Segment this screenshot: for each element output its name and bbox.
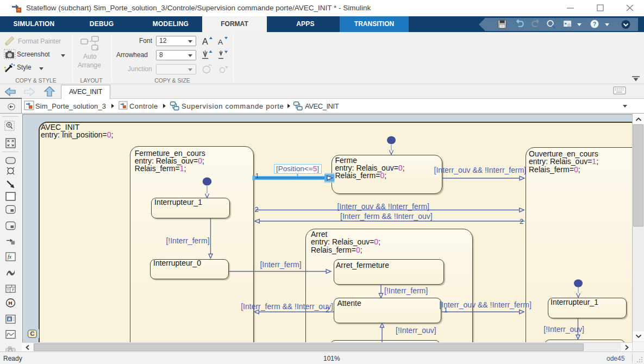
svg-text:H: H xyxy=(9,300,12,306)
svg-text:A: A xyxy=(8,317,11,322)
svg-text:fx: fx xyxy=(8,254,12,260)
svg-text:T: T xyxy=(7,288,9,292)
svg-text:?: ? xyxy=(593,21,596,27)
svg-text:F: F xyxy=(12,288,14,292)
svg-text:»: » xyxy=(565,21,567,26)
svg-text:A: A xyxy=(202,37,208,46)
svg-text:A: A xyxy=(218,38,223,46)
